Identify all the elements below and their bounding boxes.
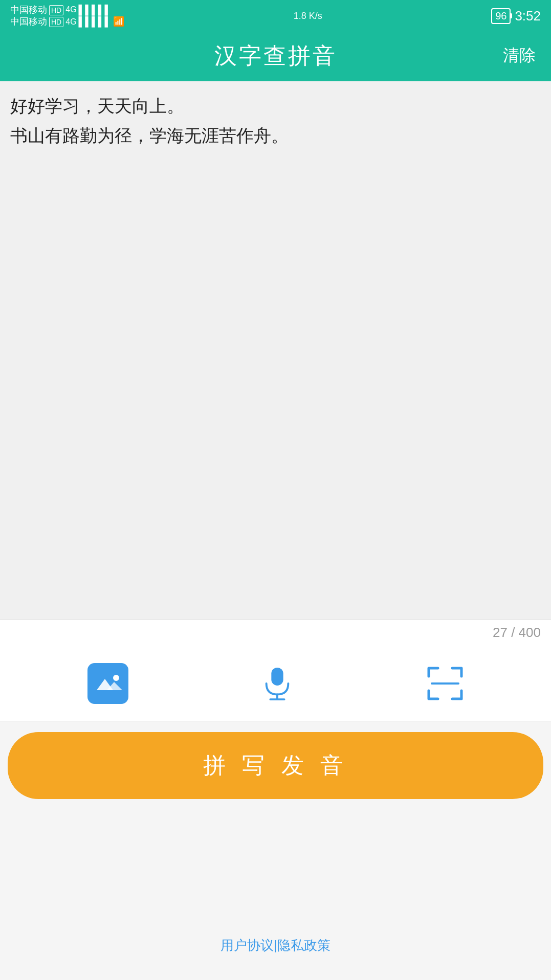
- signal-4g2: 4G: [65, 17, 76, 28]
- svg-rect-4: [272, 668, 283, 686]
- bottom-area: 用户协议|隐私政策: [0, 809, 551, 980]
- battery-level: 96: [491, 8, 511, 24]
- app-title: 汉字查拼音: [214, 41, 337, 71]
- pinyin-action-button[interactable]: 拼 写 发 音: [8, 732, 543, 799]
- wifi-icon: 📶: [113, 16, 124, 28]
- time-display: 3:52: [515, 8, 541, 24]
- count-separator: /: [511, 625, 518, 640]
- clear-button[interactable]: 清除: [503, 44, 536, 67]
- image-button[interactable]: [82, 658, 134, 709]
- signal-bars1: ▌▌▌▌▌: [79, 4, 112, 16]
- signal-bars2: ▌▌▌▌▌: [79, 16, 112, 28]
- max-count: 400: [519, 625, 541, 640]
- char-count-row: 27 / 400: [0, 620, 551, 646]
- toolbar: [0, 646, 551, 722]
- mic-button[interactable]: [257, 660, 298, 706]
- chinese-text-input[interactable]: 好好学习，天天向上。 书山有路勤为径，学海无涯苦作舟。: [10, 92, 541, 480]
- time-battery: 96 3:52: [491, 8, 541, 24]
- current-count: 27: [493, 625, 508, 640]
- svg-point-3: [113, 675, 119, 681]
- carrier1-label: 中国移动: [10, 4, 47, 16]
- mic-icon-svg: [262, 666, 293, 701]
- carrier2-label: 中国移动: [10, 16, 47, 28]
- text-input-section: 好好学习，天天向上。 书山有路勤为径，学海无涯苦作舟。: [0, 81, 551, 620]
- status-bar: 中国移动 HD 4G ▌▌▌▌▌ 中国移动 HD 4G ▌▌▌▌▌ 📶 1.8 …: [0, 0, 551, 31]
- image-icon-svg: [94, 673, 122, 694]
- char-count-display: 27 / 400: [493, 625, 541, 640]
- footer-links[interactable]: 用户协议|隐私政策: [221, 937, 330, 954]
- network-speed: 1.8 K/s: [294, 11, 322, 21]
- scan-button[interactable]: [422, 660, 469, 707]
- carrier-info: 中国移动 HD 4G ▌▌▌▌▌ 中国移动 HD 4G ▌▌▌▌▌ 📶: [10, 4, 124, 28]
- scan-icon-svg: [427, 665, 464, 702]
- hd-badge2: HD: [49, 17, 63, 27]
- image-icon: [87, 663, 128, 704]
- signal-4g1: 4G: [65, 5, 76, 15]
- app-header: 汉字查拼音 清除: [0, 31, 551, 81]
- hd-badge1: HD: [49, 5, 63, 15]
